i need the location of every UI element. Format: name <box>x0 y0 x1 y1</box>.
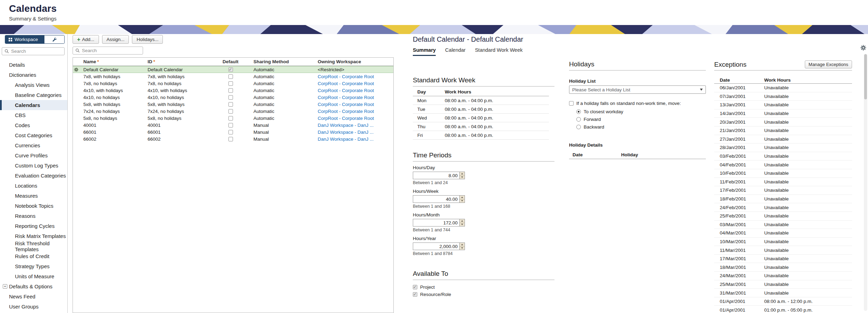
expand-icon[interactable]: + <box>3 284 7 289</box>
sidebar-item-units-of-measure[interactable]: Units of Measure <box>0 271 67 281</box>
tab-standard-work-week[interactable]: Standard Work Week <box>475 47 523 56</box>
sidebar-item-dictionaries[interactable]: Dictionaries <box>0 70 67 80</box>
vertical-scrollbar[interactable] <box>864 54 867 311</box>
cell-owning-workspace[interactable]: DanJ Workspace - DanJ ... <box>316 137 393 142</box>
add-button[interactable]: + Add... <box>73 35 99 44</box>
sidebar-item-measures[interactable]: Measures <box>0 191 67 201</box>
table-row[interactable]: 4x10, with holidays4x10, with holidaysAu… <box>73 87 393 94</box>
sidebar-item-currencies[interactable]: Currencies <box>0 140 67 150</box>
sidebar-item-analysis-views[interactable]: Analysis Views <box>0 80 67 90</box>
sidebar-item-cost-categories[interactable]: Cost Categories <box>0 130 67 140</box>
time-period-input[interactable] <box>413 219 459 226</box>
col-header-default[interactable]: Default <box>217 59 244 64</box>
spinner-down-button[interactable] <box>460 223 465 226</box>
radio-backward[interactable]: Backward <box>576 124 706 130</box>
spinner-down-button[interactable] <box>460 247 465 250</box>
sidebar-item-reasons[interactable]: Reasons <box>0 211 67 221</box>
radio-button[interactable] <box>576 109 581 114</box>
col-header-id[interactable]: ID* <box>145 59 217 64</box>
col-header-sharing-method[interactable]: Sharing Method <box>244 59 316 64</box>
sidebar-item-curve-profiles[interactable]: Curve Profiles <box>0 150 67 160</box>
settings-gear-icon[interactable] <box>860 45 866 51</box>
sidebar-search-input[interactable] <box>11 49 62 54</box>
tab-summary[interactable]: Summary <box>413 47 436 56</box>
table-row[interactable]: 5x8, no holidays5x8, no holidaysAutomati… <box>73 115 393 122</box>
sidebar-item-codes[interactable]: Codes <box>0 120 67 130</box>
default-checkbox[interactable] <box>228 137 233 141</box>
sidebar-item-strategy-types[interactable]: Strategy Types <box>0 261 67 271</box>
spinner-down-button[interactable] <box>460 199 465 203</box>
default-checkbox[interactable] <box>228 130 233 134</box>
sidebar-item-cbs[interactable]: CBS <box>0 110 67 120</box>
radio-forward[interactable]: Forward <box>576 117 706 122</box>
sidebar-item-evaluation-categories[interactable]: Evaluation Categories <box>0 171 67 181</box>
cell-owning-workspace[interactable]: CorpRoot - Corporate Root <box>316 116 393 121</box>
workspace-button[interactable]: Workspace <box>5 35 44 43</box>
sidebar-item-reporting-cycles[interactable]: Reporting Cycles <box>0 221 67 231</box>
sidebar-item-locations[interactable]: Locations <box>0 181 67 191</box>
holiday-move-option[interactable]: If a holiday falls on standard non-work … <box>569 101 706 106</box>
holiday-move-checkbox[interactable] <box>569 101 574 106</box>
sidebar-item-notebook-topics[interactable]: Notebook Topics <box>0 201 67 211</box>
sidebar-item-risk-threshold-templates[interactable]: Risk Threshold Templates <box>0 241 67 251</box>
available-to-checkbox[interactable] <box>413 285 417 289</box>
table-row[interactable]: 6600266002ManualDanJ Workspace - DanJ ..… <box>73 135 393 142</box>
available-to-checkbox[interactable] <box>413 292 417 297</box>
cell-owning-workspace[interactable]: CorpRoot - Corporate Root <box>316 95 393 100</box>
sidebar-item-baseline-categories[interactable]: Baseline Categories <box>0 90 67 100</box>
grid-search-input[interactable] <box>82 48 140 53</box>
tab-calendar[interactable]: Calendar <box>445 47 466 56</box>
col-header-name[interactable]: Name* <box>81 59 145 64</box>
time-period-input[interactable] <box>413 196 459 203</box>
sidebar-item-news-feed[interactable]: News Feed <box>0 291 67 302</box>
default-checkbox[interactable] <box>228 123 233 127</box>
default-checkbox[interactable] <box>228 88 233 93</box>
cell-owning-workspace[interactable]: DanJ Workspace - DanJ ... <box>316 130 393 135</box>
cell-owning-workspace[interactable]: DanJ Workspace - DanJ ... <box>316 123 393 128</box>
holidays-button[interactable]: Holidays... <box>132 35 163 44</box>
default-checkbox[interactable] <box>228 95 233 100</box>
cell-owning-workspace[interactable]: CorpRoot - Corporate Root <box>316 81 393 86</box>
available-to-option-project[interactable]: Project <box>413 285 554 290</box>
manage-exceptions-button[interactable]: Manage Exceptions <box>805 60 852 68</box>
cell-owning-workspace[interactable]: CorpRoot - Corporate Root <box>316 109 393 114</box>
spinner-up-button[interactable] <box>460 243 465 247</box>
default-checkbox[interactable] <box>228 116 233 121</box>
tools-button[interactable] <box>44 35 64 43</box>
sidebar-item-risk-matrix-templates[interactable]: Risk Matrix Templates <box>0 231 67 241</box>
default-checkbox[interactable] <box>228 81 233 86</box>
default-checkbox[interactable] <box>228 102 233 107</box>
table-row[interactable]: 4x10, no holidays4x10, no holidaysAutoma… <box>73 94 393 101</box>
cell-owning-workspace[interactable]: CorpRoot - Corporate Root <box>316 74 393 79</box>
available-to-option-resource-role[interactable]: Resource/Role <box>413 292 554 297</box>
table-row[interactable]: Default CalendarDefault CalendarAutomati… <box>73 66 393 73</box>
scrollbar-thumb[interactable] <box>864 54 867 99</box>
table-row[interactable]: 7x8, no holidays7x8, no holidaysAutomati… <box>73 80 393 87</box>
sidebar-item-details[interactable]: Details <box>0 60 67 70</box>
spinner-up-button[interactable] <box>460 196 465 199</box>
table-row[interactable]: 4000140001ManualDanJ Workspace - DanJ ..… <box>73 122 393 129</box>
radio-button[interactable] <box>576 125 581 129</box>
sidebar-item-calendars[interactable]: Calendars <box>0 100 67 110</box>
default-checkbox[interactable] <box>228 109 233 114</box>
sidebar-item-custom-log-types[interactable]: Custom Log Types <box>0 160 67 171</box>
cell-owning-workspace[interactable]: CorpRoot - Corporate Root <box>316 102 393 107</box>
sidebar-item-rules-of-credit[interactable]: Rules of Credit <box>0 251 67 261</box>
holiday-list-dropdown[interactable]: Please Select a Holiday List <box>569 85 706 94</box>
default-checkbox[interactable] <box>228 74 233 79</box>
spinner-up-button[interactable] <box>460 172 465 176</box>
cell-owning-workspace[interactable]: CorpRoot - Corporate Root <box>316 88 393 93</box>
table-row[interactable]: 5x8, with holidays5x8, with holidaysAuto… <box>73 101 393 108</box>
table-row[interactable]: 6600166001ManualDanJ Workspace - DanJ ..… <box>73 129 393 135</box>
sidebar-item-user-groups[interactable]: User Groups <box>0 302 67 312</box>
spinner-up-button[interactable] <box>460 219 465 223</box>
time-period-input[interactable] <box>413 243 459 250</box>
time-period-input[interactable] <box>413 172 459 179</box>
default-checkbox[interactable] <box>228 67 233 72</box>
radio-to-closest-workday[interactable]: To closest workday <box>576 109 706 114</box>
table-row[interactable]: 7x8, with holidays7x8, with holidaysAuto… <box>73 73 393 80</box>
sidebar-item-defaults-options[interactable]: +Defaults & Options <box>0 281 67 291</box>
assign-button[interactable]: Assign... <box>102 35 129 44</box>
row-gear-icon[interactable] <box>74 67 78 72</box>
col-header-owning-workspace[interactable]: Owning Workspace <box>316 59 393 64</box>
